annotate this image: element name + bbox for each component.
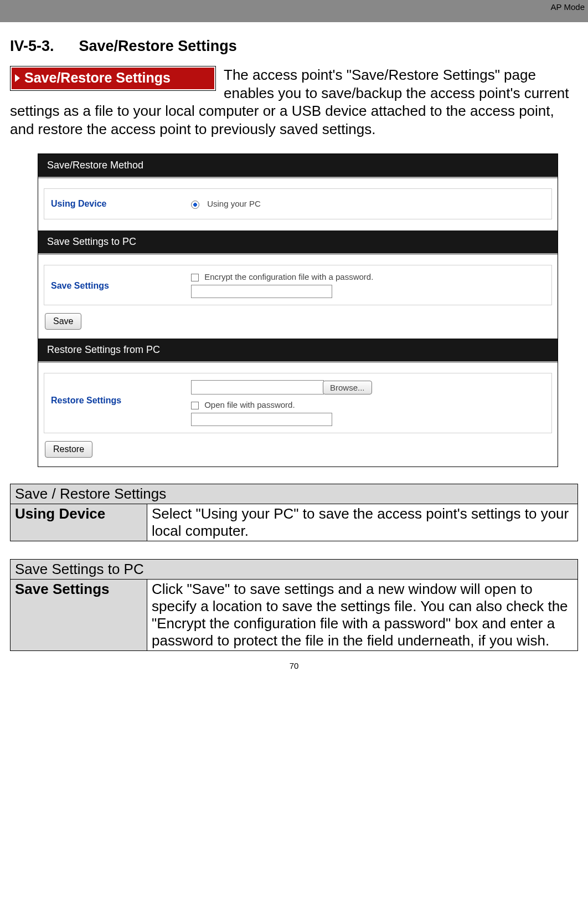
checkbox-label-open-password: Open file with password. <box>204 400 295 409</box>
section-heading: IV-5-3. Save/Restore Settings <box>10 38 578 55</box>
radio-using-your-pc[interactable] <box>191 201 199 209</box>
intro-block: Save/Restore Settings The access point's… <box>10 66 578 138</box>
chevron-right-icon <box>15 74 20 82</box>
badge-text: Save/Restore Settings <box>24 70 171 86</box>
label-restore-settings: Restore Settings <box>44 373 185 416</box>
browse-button[interactable]: Browse... <box>323 381 372 394</box>
heading-title: Save/Restore Settings <box>79 38 237 54</box>
table1-row-desc: Select "Using your PC" to save the acces… <box>147 504 578 541</box>
table2-title: Save Settings to PC <box>11 560 578 580</box>
heading-number: IV-5-3. <box>10 38 54 54</box>
table1-row-label: Using Device <box>11 504 147 541</box>
encrypt-password-input[interactable] <box>191 285 332 298</box>
doc-table-save-restore: Save / Restore Settings Using Device Sel… <box>10 484 578 541</box>
ui-screenshot: Save/Restore Method Using Device Using y… <box>38 153 558 467</box>
table1-title: Save / Restore Settings <box>11 484 578 504</box>
page-number: 70 <box>10 661 578 670</box>
checkbox-open-password[interactable] <box>191 402 199 409</box>
panel-header-restore: Restore Settings from PC <box>38 339 558 363</box>
panel-header-method: Save/Restore Method <box>38 154 558 178</box>
page-content: IV-5-3. Save/Restore Settings Save/Resto… <box>0 22 588 676</box>
top-bar: AP Mode <box>0 0 588 22</box>
restore-file-input[interactable] <box>191 380 324 394</box>
checkbox-encrypt[interactable] <box>191 274 199 281</box>
checkbox-label-encrypt: Encrypt the configuration file with a pa… <box>204 272 373 281</box>
label-using-device: Using Device <box>44 189 185 219</box>
table2-row-label: Save Settings <box>11 580 147 651</box>
badge-image: Save/Restore Settings <box>10 66 216 91</box>
save-button[interactable]: Save <box>45 313 81 330</box>
radio-label-using-your-pc: Using your PC <box>207 199 261 208</box>
mode-label: AP Mode <box>551 2 585 12</box>
label-save-settings: Save Settings <box>44 265 185 301</box>
table2-row-desc: Click "Save" to save settings and a new … <box>147 580 578 651</box>
panel-header-save: Save Settings to PC <box>38 230 558 255</box>
open-password-input[interactable] <box>191 413 332 426</box>
restore-button[interactable]: Restore <box>45 441 92 458</box>
doc-table-save-to-pc: Save Settings to PC Save Settings Click … <box>10 559 578 651</box>
